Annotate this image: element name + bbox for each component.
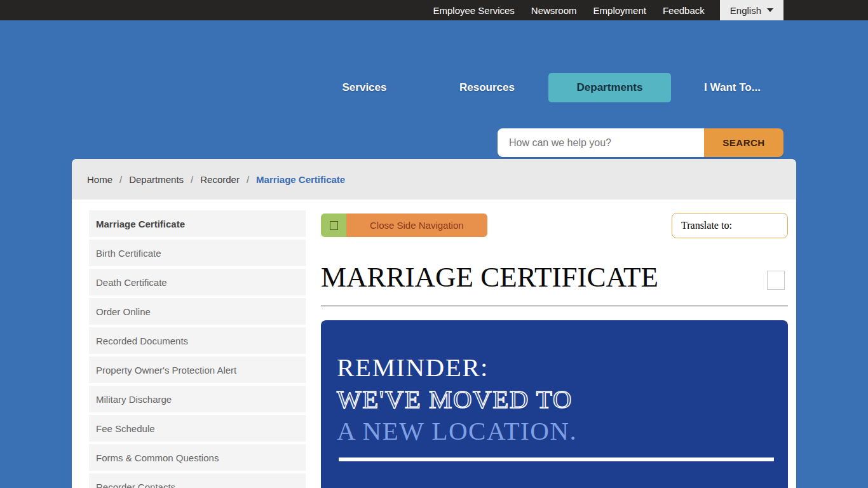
- main-navigation: Services Resources Departments I Want To…: [303, 73, 794, 102]
- banner-divider: [339, 458, 774, 461]
- sidebar-item-recorder-contacts[interactable]: Recorder Contacts: [89, 473, 306, 488]
- nav-item-services[interactable]: Services: [303, 73, 426, 102]
- breadcrumb-departments[interactable]: Departments: [129, 174, 184, 185]
- topbar-link-feedback[interactable]: Feedback: [663, 5, 705, 16]
- nav-item-departments[interactable]: Departments: [548, 73, 671, 102]
- sidebar-item-fee-schedule[interactable]: Fee Schedule: [89, 415, 306, 442]
- page-body: Marriage Certificate Birth Certificate D…: [72, 200, 796, 488]
- side-navigation: Marriage Certificate Birth Certificate D…: [89, 210, 306, 488]
- sidebar-item-military-discharge[interactable]: Military Discharge: [89, 386, 306, 412]
- breadcrumb-recorder[interactable]: Recorder: [200, 174, 240, 185]
- title-divider: [321, 306, 788, 306]
- top-utility-bar: Employee Services Newsroom Employment Fe…: [0, 0, 868, 20]
- translate-dropdown[interactable]: Translate to:: [672, 213, 788, 238]
- close-side-navigation-icon-segment: [321, 214, 346, 237]
- chevron-down-icon: [767, 8, 773, 12]
- breadcrumb-separator: /: [191, 174, 193, 185]
- main-content: Close Side Navigation Translate to: MARR…: [321, 210, 788, 488]
- banner-line-new-location: A NEW LOCATION.: [337, 415, 788, 447]
- breadcrumb-separator: /: [247, 174, 249, 185]
- topbar-link-employee-services[interactable]: Employee Services: [433, 5, 514, 16]
- empty-square-icon: [330, 221, 338, 230]
- close-side-navigation-button[interactable]: Close Side Navigation: [321, 214, 487, 237]
- banner-line-reminder: REMINDER:: [337, 351, 788, 383]
- sidebar-item-marriage-certificate[interactable]: Marriage Certificate: [89, 210, 306, 237]
- sidebar-item-recorded-documents[interactable]: Recorded Documents: [89, 327, 306, 354]
- nav-item-i-want-to[interactable]: I Want To...: [671, 73, 794, 102]
- reminder-banner: REMINDER: WE'VE MOVED TO A NEW LOCATION.: [321, 320, 788, 488]
- topbar-link-employment[interactable]: Employment: [593, 5, 646, 16]
- banner-line-weve-moved: WE'VE MOVED TO: [337, 383, 788, 415]
- sidebar-item-order-online[interactable]: Order Online: [89, 298, 306, 325]
- title-row: MARRIAGE CERTIFICATE: [321, 262, 788, 294]
- search-button[interactable]: SEARCH: [704, 128, 783, 157]
- nav-item-resources[interactable]: Resources: [426, 73, 548, 102]
- close-side-navigation-label: Close Side Navigation: [346, 214, 487, 237]
- sidebar-item-forms-common-questions[interactable]: Forms & Common Questions: [89, 444, 306, 471]
- search-input[interactable]: [498, 128, 704, 157]
- content-toolbar: Close Side Navigation Translate to:: [321, 210, 788, 248]
- language-selector[interactable]: English: [720, 0, 783, 20]
- breadcrumb-separator: /: [119, 174, 122, 185]
- broken-image-placeholder-icon[interactable]: [767, 271, 785, 290]
- breadcrumb-current-page: Marriage Certificate: [256, 174, 345, 185]
- sidebar-item-death-certificate[interactable]: Death Certificate: [89, 269, 306, 295]
- site-header: Services Resources Departments I Want To…: [0, 20, 868, 159]
- site-search: SEARCH: [498, 128, 783, 157]
- sidebar-item-property-owners-protection-alert[interactable]: Property Owner's Protection Alert: [89, 356, 306, 383]
- page-content-card: Home / Departments / Recorder / Marriage…: [72, 159, 796, 488]
- translate-dropdown-label: Translate to:: [681, 220, 732, 231]
- page-title: MARRIAGE CERTIFICATE: [321, 262, 658, 294]
- breadcrumb: Home / Departments / Recorder / Marriage…: [72, 159, 796, 200]
- language-selector-label: English: [730, 5, 761, 16]
- sidebar-item-birth-certificate[interactable]: Birth Certificate: [89, 240, 306, 266]
- breadcrumb-home[interactable]: Home: [87, 174, 112, 185]
- topbar-link-newsroom[interactable]: Newsroom: [531, 5, 577, 16]
